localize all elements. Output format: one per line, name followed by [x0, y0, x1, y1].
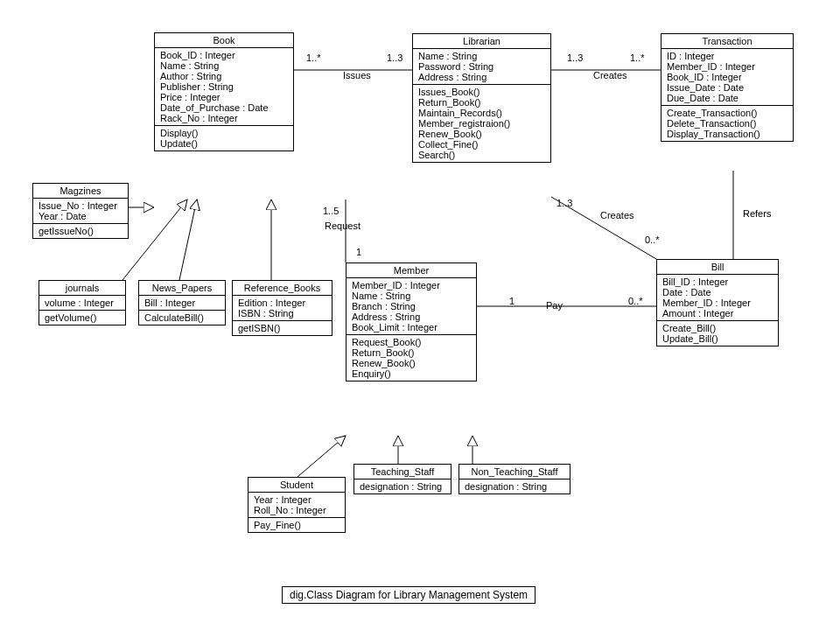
assoc-request-top-mult: 1..5 — [323, 206, 339, 216]
class-attributes: volume : Integer — [39, 296, 125, 311]
class-book: BookBook_ID : IntegerName : StringAuthor… — [154, 32, 294, 151]
class-journals: journalsvolume : IntegergetVolume() — [38, 280, 126, 326]
class-attribute: Year : Date — [38, 211, 122, 221]
class-attribute: Name : String — [418, 51, 545, 61]
class-news-papers: News_PapersBill : IntegerCalculateBill() — [138, 280, 226, 326]
class-name: Student — [248, 478, 345, 493]
class-name: journals — [39, 281, 125, 296]
class-attribute: Date : Date — [662, 287, 773, 298]
class-attributes: Edition : IntegerISBN : String — [233, 296, 332, 321]
class-attribute: Member_ID : Integer — [662, 298, 773, 308]
class-attribute: Book_ID : Integer — [667, 72, 788, 82]
class-operation: getIssueNo() — [38, 226, 122, 236]
class-name: Book — [155, 33, 293, 48]
assoc-creates1-left-mult: 1..3 — [567, 52, 583, 63]
class-attribute: Branch : String — [352, 301, 471, 312]
class-attribute: designation : String — [465, 481, 564, 492]
assoc-pay-left-mult: 1 — [509, 296, 514, 306]
class-attribute: Issue_No : Integer — [38, 200, 122, 211]
class-operations: Request_Book()Return_Book()Renew_Book()E… — [346, 335, 476, 381]
class-attribute: Rack_No : Integer — [160, 113, 288, 123]
class-operation: Member_registraion() — [418, 118, 545, 129]
class-attribute: Address : String — [352, 312, 471, 322]
assoc-issues-name: Issues — [343, 70, 371, 80]
class-teaching-staff: Teaching_Staffdesignation : String — [354, 464, 452, 494]
class-operations: Create_Transaction()Delete_Transaction()… — [662, 106, 793, 141]
class-attribute: Author : String — [160, 71, 288, 81]
class-operation: Issues_Book() — [418, 87, 545, 97]
class-attribute: Book_ID : Integer — [160, 50, 288, 60]
class-operation: Renew_Book() — [418, 129, 545, 139]
class-operation: Search() — [418, 150, 545, 160]
class-attribute: ID : Integer — [667, 51, 788, 61]
class-operation: Create_Bill() — [662, 323, 773, 333]
assoc-creates2-top-mult: 1..3 — [556, 198, 572, 208]
class-name: Teaching_Staff — [354, 465, 451, 480]
class-operation: Pay_Fine() — [254, 520, 340, 530]
svg-line-10 — [298, 436, 346, 477]
class-operations: CalculateBill() — [139, 311, 225, 325]
class-reference-books: Reference_BooksEdition : IntegerISBN : S… — [232, 280, 332, 336]
class-attributes: ID : IntegerMember_ID : IntegerBook_ID :… — [662, 49, 793, 106]
class-operation: CalculateBill() — [144, 312, 220, 323]
class-operation: Display_Transaction() — [667, 129, 788, 139]
class-attributes: designation : String — [459, 480, 570, 494]
class-name: Librarian — [413, 34, 550, 49]
class-operation: Request_Book() — [352, 337, 471, 347]
class-operation: getVolume() — [45, 312, 120, 323]
class-attribute: Name : String — [352, 290, 471, 301]
class-attribute: Book_Limit : Integer — [352, 322, 471, 332]
assoc-pay-right-mult: 0..* — [628, 296, 643, 306]
class-attribute: volume : Integer — [45, 298, 120, 308]
class-name: Member — [346, 263, 476, 278]
assoc-refers-name: Refers — [743, 208, 771, 219]
class-attribute: designation : String — [360, 481, 445, 492]
class-attributes: Name : StringPassword : StringAddress : … — [413, 49, 550, 85]
assoc-creates2-name: Creates — [600, 210, 634, 220]
diagram-caption: dig.Class Diagram for Library Management… — [282, 586, 536, 604]
class-attribute: Member_ID : Integer — [352, 280, 471, 290]
class-attribute: Issue_Date : Date — [667, 82, 788, 93]
class-librarian: LibrarianName : StringPassword : StringA… — [412, 33, 551, 163]
class-operation: Display() — [160, 128, 288, 138]
assoc-request-bottom-mult: 1 — [356, 247, 361, 257]
class-attribute: Roll_No : Integer — [254, 505, 340, 515]
class-operation: Delete_Transaction() — [667, 118, 788, 129]
class-transaction: TransactionID : IntegerMember_ID : Integ… — [661, 33, 794, 142]
class-attributes: Bill_ID : IntegerDate : DateMember_ID : … — [657, 275, 778, 321]
assoc-pay-name: Pay — [546, 300, 563, 311]
class-operation: getISBN() — [238, 323, 326, 333]
assoc-creates2-bottom-mult: 0..* — [645, 234, 660, 245]
assoc-issues-left-mult: 1..* — [306, 52, 321, 63]
class-bill: BillBill_ID : IntegerDate : DateMember_I… — [656, 259, 779, 346]
class-name: Non_Teaching_Staff — [459, 465, 570, 480]
class-attribute: Price : Integer — [160, 92, 288, 102]
class-operation: Maintain_Records() — [418, 108, 545, 118]
class-attribute: Date_of_Purchase : Date — [160, 102, 288, 113]
class-attribute: Member_ID : Integer — [667, 61, 788, 72]
assoc-creates1-name: Creates — [593, 70, 627, 80]
class-attribute: Year : Integer — [254, 494, 340, 505]
class-attribute: Name : String — [160, 60, 288, 71]
class-attribute: Password : String — [418, 61, 545, 72]
class-student: StudentYear : IntegerRoll_No : IntegerPa… — [248, 477, 346, 533]
class-operations: Create_Bill()Update_Bill() — [657, 321, 778, 346]
svg-line-7 — [122, 200, 187, 280]
class-operations: Pay_Fine() — [248, 518, 345, 532]
class-magazines: MagzinesIssue_No : IntegerYear : Dateget… — [32, 183, 129, 239]
assoc-request-name: Request — [325, 220, 360, 231]
class-attributes: designation : String — [354, 480, 451, 494]
class-member: MemberMember_ID : IntegerName : StringBr… — [346, 262, 477, 382]
class-operation: Create_Transaction() — [667, 108, 788, 118]
class-attributes: Book_ID : IntegerName : StringAuthor : S… — [155, 48, 293, 126]
class-operation: Update() — [160, 138, 288, 149]
class-attribute: Edition : Integer — [238, 298, 326, 308]
assoc-creates1-right-mult: 1..* — [630, 52, 645, 63]
class-operation: Renew_Book() — [352, 358, 471, 368]
class-operation: Enquiry() — [352, 368, 471, 379]
class-operations: getISBN() — [233, 321, 332, 335]
class-attributes: Member_ID : IntegerName : StringBranch :… — [346, 278, 476, 335]
class-name: Transaction — [662, 34, 793, 49]
uml-canvas: BookBook_ID : IntegerName : StringAuthor… — [0, 0, 840, 630]
class-attribute: ISBN : String — [238, 308, 326, 318]
